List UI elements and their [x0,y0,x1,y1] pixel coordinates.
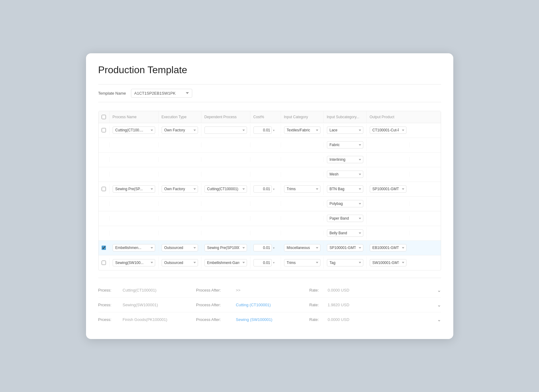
row2-cost-input[interactable] [253,185,272,193]
row1-input-category: Textiles/Fabric [281,124,324,136]
sub2-empty-5 [250,201,281,206]
summary-process-label-3: Prcess: [98,317,123,322]
row1-output-product: CT100001-Cut-P... [367,124,410,136]
sub2-empty-19 [250,231,281,236]
select-all-checkbox[interactable] [102,115,106,119]
summary-row-3: Prcess: Finish Goods(PK100001) Process A… [98,312,441,327]
summary-after-value-1: >> [236,288,297,292]
summary-rate-value-3: 0.0000 USD [328,317,437,322]
row4-execution-select[interactable]: Outsourced [162,259,198,266]
sub2-empty-10 [159,216,201,221]
row1-dependent-select[interactable] [204,126,247,134]
sub-empty-8 [99,157,110,162]
row2-input-subcategory: BTN Bag [324,183,367,195]
summary-expand-3[interactable]: ⌄ [437,317,441,322]
summary-rate-label-1: Rate: [309,288,328,292]
row2-output-product: SP100001-GMTS [367,183,410,195]
row3-cost-chevron[interactable]: ▾ [273,246,275,250]
sub-row2-subcategory-polybag: Polybag [324,198,367,210]
row4-dependent-select[interactable]: Embellishment-Garme... [204,259,247,266]
row1-category-select[interactable]: Textiles/Fabric [284,126,320,134]
sub-row2-subcategory-select-bellyband[interactable]: Belly Band [327,229,363,237]
row1-cost-input[interactable] [253,126,272,134]
summary-expand-2[interactable]: ⌄ [437,302,441,308]
row4-subcategory-select[interactable]: Tag [327,259,363,266]
row2-subcategory-select[interactable]: BTN Bag [327,185,363,193]
sub-row1-subcategory-select-mesh[interactable]: Mesh [327,171,363,178]
sub-row2-subcategory-select-paperband[interactable]: Paper Band [327,215,363,222]
row3-cost: ▾ [250,242,281,254]
row4-category-select[interactable]: Trims [284,259,320,266]
row3-cost-input[interactable] [253,244,272,251]
sub-row1-subcategory-interlining: Interlining [324,153,367,166]
sub2-empty-16 [110,231,159,236]
row3-execution-select[interactable]: Outsourced [162,244,198,251]
summary-process-value-1: Cutting(CT100001) [123,288,184,292]
sub2-empty-4 [201,201,250,206]
row3-output-product: EB100001-GMTS [367,242,410,254]
row2-execution-select[interactable]: Own Factory [162,185,198,193]
sub-empty-4 [201,142,250,147]
row3-dependent-select[interactable]: Sewing Pre(SP100001) [204,244,247,251]
row4-output-select[interactable]: SW100001-GMTS [370,259,406,266]
sub-row2-subcategory-paperband: Paper Band [324,212,367,224]
header-input-category: Input Category [281,111,324,123]
summary-rate-label-2: Rate: [309,303,328,307]
summary-expand-1[interactable]: ⌄ [437,287,441,293]
row1-output-select[interactable]: CT100001-Cut-P... [370,126,406,134]
summary-after-value-3[interactable]: Sewing (SW100001) [236,317,297,322]
process-table: Process Name Execution Type Dependent Pr… [98,111,441,270]
row4-checkbox[interactable] [102,261,106,265]
sub2-empty-12 [250,216,281,221]
sub2-empty-18 [201,231,250,236]
sub-row1-subcategory-mesh: Mesh [324,168,367,180]
sub-row1-subcategory-fabric: Fabric [324,139,367,151]
row2-checkbox-cell [99,184,110,194]
table-row: Cutting(CT100.... Own Factory ▾ Textiles… [99,123,441,138]
summary-process-value-2: Sewing(SW100001) [123,303,184,307]
table-header: Process Name Execution Type Dependent Pr… [99,111,441,123]
sub-row1-subcategory-select-fabric[interactable]: Fabric [327,141,363,149]
row3-category-select[interactable]: Miscellaneous [284,244,320,251]
sub-row2-subcategory-select-polybag[interactable]: Polybag [327,200,363,207]
template-name-select[interactable]: A1CT1SP2EB1SW1PK [131,89,192,98]
row3-subcategory-select[interactable]: SP100001-GMTS [327,244,363,251]
sub-empty-2 [110,142,159,147]
sub-empty-10 [159,157,201,162]
summary-after-value-2[interactable]: Cutting (CT100001) [236,303,297,307]
header-execution-type: Execution Type [159,111,201,123]
row4-cost-input[interactable] [253,259,272,266]
row4-cost-chevron[interactable]: ▾ [273,261,275,264]
row1-process-select[interactable]: Cutting(CT100.... [113,126,155,134]
table-row: Mesh [99,167,441,182]
row1-cost-chevron[interactable]: ▾ [273,129,275,132]
row1-checkbox[interactable] [102,128,106,132]
row1-subcategory-select[interactable]: Lace [327,126,363,134]
row2-dependent-select[interactable]: Cutting(CT100001) [204,185,247,193]
row-checkbox-cell [99,126,110,135]
summary-rate-value-1: 0.0000 USD [328,288,437,292]
table-row: Paper Band [99,211,441,226]
sub-empty-1 [99,142,110,147]
row3-checkbox[interactable] [102,246,106,250]
row2-cost-chevron[interactable]: ▾ [273,187,275,191]
header-checkbox-cell [99,111,110,123]
sub-empty-13 [281,157,324,162]
row3-process-name: Embellishmen... [110,242,159,254]
sub-row1-subcategory-select-interlining[interactable]: Interlining [327,156,363,163]
sub2-empty-20 [281,231,324,236]
row1-execution-select[interactable]: Own Factory [162,126,198,134]
row1-process-name: Cutting(CT100.... [110,124,159,136]
row4-process-select[interactable]: Sewing(SW100... [113,259,155,266]
row3-process-select[interactable]: Embellishmen... [113,244,155,251]
sub-empty-3 [159,142,201,147]
row3-output-select[interactable]: EB100001-GMTS [370,244,406,251]
table-row: Sewing(SW100... Outsourced Embellishment… [99,255,441,270]
sub2-empty-7 [367,201,410,206]
row2-checkbox[interactable] [102,187,106,191]
row4-output-product: SW100001-GMTS [367,257,410,269]
row2-output-select[interactable]: SP100001-GMTS [370,185,406,193]
row2-category-select[interactable]: Trims [284,185,320,193]
row2-process-select[interactable]: Sewing Pre(SP... [113,185,155,193]
summary-after-label-1: Process After: [196,288,236,292]
